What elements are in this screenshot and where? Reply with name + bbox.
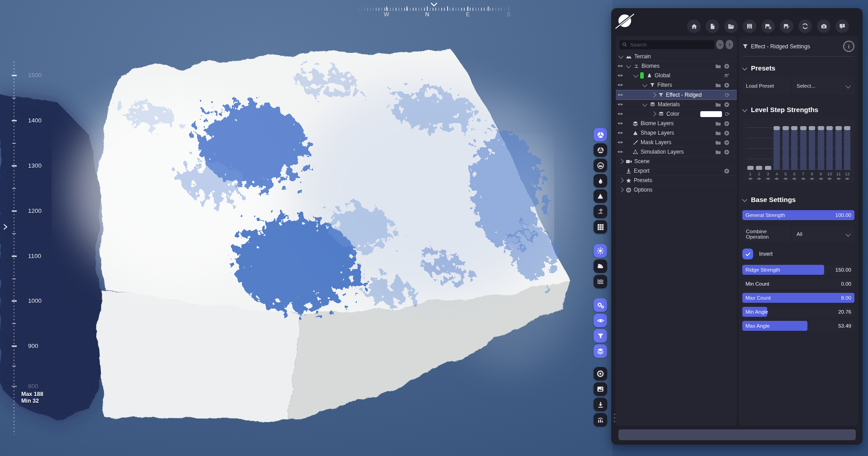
ridge-strength-slider[interactable]: Ridge Strength 150.00 <box>742 265 854 275</box>
level-step-slider[interactable]: 11 <box>834 122 843 181</box>
tree-row-filters[interactable]: Filters <box>616 80 737 90</box>
level-step-slider[interactable]: 5 <box>781 122 790 181</box>
step-slider-track[interactable] <box>774 122 780 170</box>
step-eye-toggle[interactable] <box>766 177 770 181</box>
level-step-slider[interactable]: 12 <box>843 122 852 181</box>
tree-row-biome-layers[interactable]: Biome Layers <box>616 119 737 128</box>
level-step-slider[interactable]: 1 <box>746 122 755 181</box>
tree-row-export[interactable]: Export <box>616 166 737 176</box>
open-project-button[interactable] <box>724 19 738 33</box>
base-settings-section-header[interactable]: Base Settings <box>739 183 858 203</box>
eye-icon[interactable] <box>617 82 624 88</box>
step-slider-track[interactable] <box>765 122 771 170</box>
tree-row-shape-layers[interactable]: Shape Layers <box>616 128 737 138</box>
step-slider-handle[interactable] <box>765 166 771 170</box>
search-input[interactable] <box>629 42 703 48</box>
step-slider-handle[interactable] <box>844 126 850 130</box>
add-icon[interactable] <box>724 82 730 88</box>
max-angle-slider[interactable]: Max Angle 53.49 <box>742 321 854 331</box>
save-button[interactable] <box>743 19 756 33</box>
layers-add-icon[interactable] <box>723 73 730 79</box>
tree-row-biomes[interactable]: Biomes <box>616 61 737 71</box>
add-icon[interactable] <box>724 121 730 127</box>
download-button[interactable] <box>594 398 607 411</box>
add-icon[interactable] <box>724 63 730 69</box>
search-box[interactable] <box>619 40 714 49</box>
chevron-right-icon[interactable] <box>651 92 656 97</box>
expand-panel-button[interactable] <box>726 40 733 49</box>
tree-row-terrain[interactable]: Terrain <box>616 52 737 61</box>
max-count-slider[interactable]: Max Count 8.00 <box>742 293 854 303</box>
min-count-slider[interactable]: Min Count 0.00 <box>742 279 854 289</box>
grid-button[interactable] <box>594 220 607 234</box>
tree-row-effect-ridged[interactable]: Effect - Ridged ⟳ <box>616 90 737 100</box>
view-sphere-terrain-button[interactable] <box>594 159 607 172</box>
chevron-down-icon[interactable] <box>618 54 623 59</box>
folder-icon[interactable] <box>715 83 721 88</box>
save-as-button[interactable] <box>761 19 775 33</box>
add-icon[interactable] <box>724 130 730 136</box>
eye-icon[interactable] <box>617 102 624 107</box>
sync-button[interactable] <box>798 19 812 33</box>
step-slider-handle[interactable] <box>818 126 824 130</box>
tree-row-presets[interactable]: Presets <box>616 176 737 185</box>
chevron-right-icon[interactable] <box>618 178 623 183</box>
step-slider-track[interactable] <box>783 122 789 170</box>
step-slider-track[interactable] <box>756 122 762 170</box>
folder-icon[interactable] <box>715 102 721 107</box>
tree-row-materials[interactable]: Materials <box>616 100 737 109</box>
island-button[interactable] <box>594 205 607 218</box>
add-icon[interactable] <box>724 168 730 174</box>
step-slider-handle[interactable] <box>800 126 807 130</box>
tree-row-color[interactable]: Color ⟳ <box>616 109 737 119</box>
presets-section-header[interactable]: Presets <box>739 56 858 72</box>
save-edit-button[interactable] <box>780 19 793 33</box>
add-icon[interactable] <box>724 140 730 146</box>
view-sphere-wire-button[interactable] <box>594 143 607 157</box>
new-file-button[interactable] <box>706 19 719 33</box>
left-panel-expand-chevron[interactable] <box>3 223 8 232</box>
chevron-down-icon[interactable] <box>642 102 647 107</box>
step-slider-handle[interactable] <box>774 126 780 130</box>
step-eye-toggle[interactable] <box>845 177 849 181</box>
image-button[interactable] <box>594 382 607 396</box>
eye-icon[interactable] <box>617 92 624 98</box>
general-strength-slider[interactable]: General Strength 100.00 <box>742 210 854 220</box>
step-slider-track[interactable] <box>809 122 815 170</box>
help-button[interactable]: ? <box>835 19 849 33</box>
folder-icon[interactable] <box>715 121 721 126</box>
compass-ruler[interactable]: W N E S <box>0 0 613 23</box>
biome-color-indicator[interactable] <box>640 72 644 79</box>
level-step-slider[interactable]: 6 <box>790 122 799 181</box>
level-step-slider[interactable]: 9 <box>816 122 826 181</box>
home-button[interactable] <box>687 19 701 33</box>
collapse-all-button[interactable] <box>716 40 724 49</box>
step-slider-track[interactable] <box>818 122 824 170</box>
level-step-slider[interactable]: 4 <box>773 122 782 181</box>
tree-row-options[interactable]: Options <box>616 185 737 194</box>
step-slider-track[interactable] <box>791 122 797 170</box>
step-slider-handle[interactable] <box>809 126 815 130</box>
step-eye-toggle[interactable] <box>748 177 753 181</box>
step-slider-handle[interactable] <box>791 126 797 130</box>
chevron-down-icon[interactable] <box>642 82 647 87</box>
tree-row-simulation-layers[interactable]: Simulation Layers <box>616 147 737 157</box>
level-step-slider[interactable]: 2 <box>755 122 764 181</box>
combine-operation-select[interactable]: All <box>792 226 854 242</box>
folder-icon[interactable] <box>715 131 721 136</box>
screenshot-camera-button[interactable] <box>817 19 830 33</box>
refresh-icon[interactable]: ⟳ <box>725 111 730 117</box>
step-slider-track[interactable] <box>747 122 754 170</box>
step-eye-toggle[interactable] <box>801 177 806 181</box>
eye-icon[interactable] <box>617 121 624 126</box>
panel-resize-handle[interactable] <box>613 414 615 432</box>
step-eye-toggle[interactable] <box>819 177 823 181</box>
step-slider-handle[interactable] <box>783 126 789 130</box>
step-slider-handle[interactable] <box>835 126 842 130</box>
process-gears-button[interactable] <box>594 298 607 312</box>
level-step-slider[interactable]: 8 <box>808 122 817 181</box>
tree-row-scene[interactable]: Scene <box>616 157 737 166</box>
eye-icon[interactable] <box>617 130 624 136</box>
chevron-right-icon[interactable] <box>618 159 623 164</box>
step-slider-track[interactable] <box>844 122 850 170</box>
